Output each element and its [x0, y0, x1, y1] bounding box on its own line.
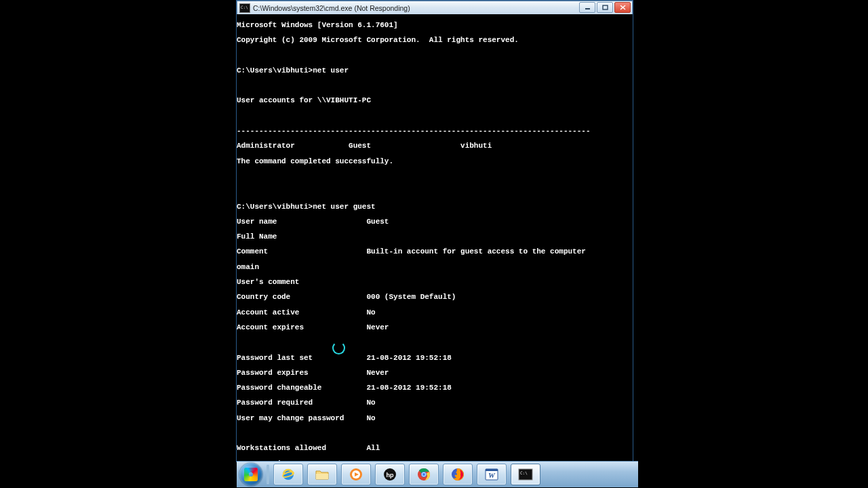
- svg-rect-0: [585, 8, 590, 9]
- term-line: Full Name: [237, 233, 633, 241]
- cmd-icon: C:\: [518, 467, 533, 482]
- svg-text:W: W: [488, 471, 496, 479]
- taskbar-item-word[interactable]: W: [477, 464, 507, 485]
- term-line: Account expires Never: [237, 324, 633, 331]
- cmd-window: C:\Windows\system32\cmd.exe (Not Respond…: [237, 1, 633, 462]
- term-line: Administrator Guest vibhuti: [237, 142, 633, 150]
- firefox-icon: [450, 467, 465, 482]
- taskbar-item-hp[interactable]: hp: [375, 464, 405, 485]
- folder-icon: [315, 467, 330, 482]
- svg-rect-4: [316, 474, 328, 479]
- start-button[interactable]: [239, 463, 262, 486]
- taskbar-item-firefox[interactable]: [443, 464, 473, 485]
- term-line: Password expires Never: [237, 369, 633, 377]
- window-title: C:\Windows\system32\cmd.exe (Not Respond…: [253, 4, 579, 12]
- term-line: [237, 339, 633, 346]
- term-line: [237, 173, 633, 180]
- term-line: [237, 430, 633, 437]
- svg-rect-1: [603, 5, 608, 9]
- chrome-icon: [416, 467, 431, 482]
- term-line: Country code 000 (System Default): [237, 293, 633, 301]
- taskbar-item-explorer[interactable]: [307, 464, 337, 485]
- terminal-output[interactable]: Microsoft Windows [Version 6.1.7601] Cop…: [237, 14, 633, 462]
- term-line: Account active No: [237, 309, 633, 317]
- term-line: C:\Users\vibhuti>net user: [237, 67, 633, 75]
- taskbar-item-chrome[interactable]: [409, 464, 439, 485]
- term-line: User accounts for \\VIBHUTI-PC: [237, 97, 633, 104]
- minimize-button[interactable]: [579, 2, 595, 13]
- term-line: omain: [237, 264, 633, 271]
- term-line: [237, 113, 633, 120]
- taskbar: hp W C:\: [237, 461, 638, 487]
- word-icon: W: [484, 467, 499, 482]
- term-line: Microsoft Windows [Version 6.1.7601]: [237, 22, 633, 29]
- taskbar-divider: [267, 465, 269, 484]
- svg-point-12: [422, 473, 426, 476]
- svg-text:hp: hp: [387, 472, 394, 479]
- media-player-icon: [349, 467, 363, 482]
- maximize-button[interactable]: [597, 2, 613, 13]
- term-line: Password last set 21-08-2012 19:52:18: [237, 354, 633, 362]
- term-line: The command completed successfully.: [237, 158, 633, 165]
- titlebar[interactable]: C:\Windows\system32\cmd.exe (Not Respond…: [237, 1, 633, 15]
- taskbar-item-cmd[interactable]: C:\: [511, 464, 540, 485]
- cmd-title-icon: [239, 3, 250, 13]
- term-line: [237, 188, 633, 195]
- term-line: Copyright (c) 2009 Microsoft Corporation…: [237, 37, 633, 44]
- close-button[interactable]: [614, 2, 631, 13]
- term-line: ----------------------------------------…: [237, 127, 633, 135]
- svg-text:C:\: C:\: [520, 470, 528, 475]
- term-line: C:\Users\vibhuti>net user guest: [237, 203, 633, 211]
- term-line: Workstations allowed All: [237, 445, 633, 452]
- term-line: Password changeable 21-08-2012 19:52:18: [237, 384, 633, 392]
- term-line: Password required No: [237, 399, 633, 407]
- term-line: [237, 52, 633, 60]
- term-line: Comment Built-in account for guest acces…: [237, 248, 633, 256]
- ie-icon: [281, 467, 296, 482]
- term-line: [237, 82, 633, 89]
- taskbar-item-ie[interactable]: [273, 464, 303, 485]
- taskbar-item-wmplayer[interactable]: [341, 464, 371, 485]
- term-line: User's comment: [237, 279, 633, 286]
- busy-cursor-icon: [332, 342, 345, 354]
- hp-icon: hp: [382, 467, 397, 482]
- term-line: User name Guest: [237, 218, 633, 226]
- term-line: User may change password No: [237, 415, 633, 422]
